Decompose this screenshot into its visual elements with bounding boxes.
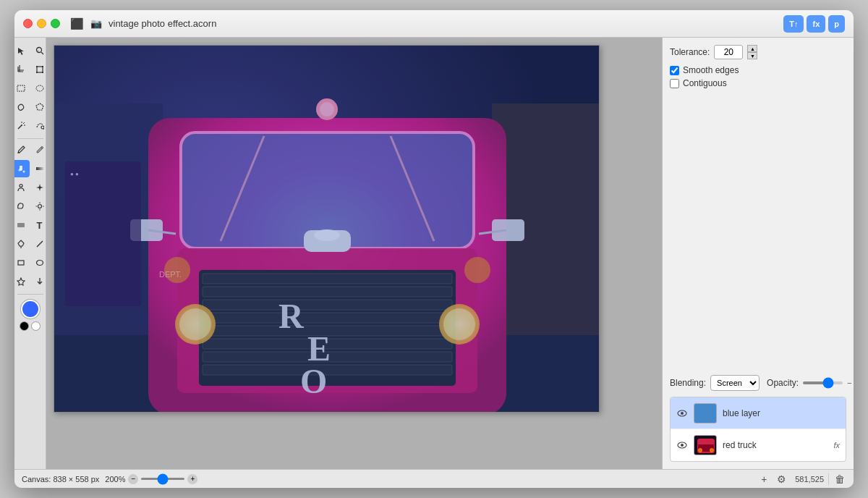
sparkle-tool[interactable] — [31, 179, 47, 196]
tolerance-input[interactable] — [714, 45, 743, 59]
paint-bucket-tool[interactable] — [14, 160, 30, 177]
svg-rect-70 — [65, 161, 141, 306]
text-tool[interactable]: T — [31, 216, 47, 234]
fx-panel-button[interactable]: fx — [807, 15, 825, 33]
layer-name-blue: blue layer — [723, 408, 840, 418]
layers-section: Blending: Normal Screen Multiply Overlay… — [670, 375, 846, 462]
contiguous-row: Contiguous — [670, 78, 846, 88]
svg-point-30 — [36, 261, 43, 266]
canvas-frame: R E O — [54, 45, 600, 413]
rect-vector-tool[interactable] — [14, 254, 30, 271]
layer-visibility-truck[interactable] — [676, 439, 688, 451]
p-panel-button[interactable]: p — [828, 15, 845, 33]
layer-settings-button[interactable]: ⚙ — [775, 473, 788, 486]
bottom-actions: + ⚙ 581,525 🗑 — [757, 473, 846, 486]
file-icon: 📷 — [90, 18, 102, 29]
layer-thumb-truck — [694, 435, 717, 455]
layer-name-truck: red truck — [723, 440, 827, 450]
svg-text:● ●: ● ● — [70, 171, 79, 177]
layer-thumb-blue — [694, 403, 717, 423]
bottom-bar: Canvas: 838 × 558 px 200% − + + ⚙ 581,52… — [14, 469, 854, 488]
svg-marker-31 — [17, 278, 25, 285]
zoom-value: 200% — [105, 475, 125, 484]
svg-point-75 — [681, 444, 684, 447]
svg-rect-4 — [36, 66, 38, 67]
svg-rect-19 — [36, 167, 43, 170]
svg-point-15 — [41, 126, 44, 129]
layer-item-blue[interactable]: blue layer — [671, 397, 846, 429]
pencil-tool[interactable] — [31, 141, 47, 159]
canvas-area: R E O — [46, 38, 662, 469]
svg-point-79 — [698, 448, 702, 452]
zoom-tool[interactable]: + — [31, 42, 47, 59]
lasso-tool[interactable] — [14, 98, 30, 116]
foreground-color-swatch[interactable] — [21, 300, 40, 318]
shape-oval-tool[interactable] — [14, 198, 30, 215]
rect-select-tool[interactable] — [14, 80, 30, 97]
main-area: + — [14, 38, 854, 469]
tools-panel-button[interactable]: T↑ — [783, 15, 804, 33]
tolerance-label: Tolerance: — [670, 47, 710, 57]
traffic-lights — [23, 19, 60, 28]
svg-point-9 — [36, 85, 43, 91]
ellipse-vector-tool[interactable] — [31, 254, 47, 271]
select-tool[interactable] — [14, 42, 30, 59]
svg-marker-10 — [36, 104, 43, 110]
star-tool[interactable] — [14, 273, 30, 290]
zoom-in-button[interactable]: + — [187, 474, 197, 484]
rect-shape-tool[interactable] — [14, 216, 30, 234]
svg-text:DEPT.: DEPT. — [159, 270, 182, 279]
transform-tool[interactable] — [31, 61, 47, 78]
maximize-button[interactable] — [51, 19, 60, 28]
tolerance-row: Tolerance: ▲ ▼ — [670, 45, 846, 59]
window-title: vintage photo effect.acorn — [109, 18, 778, 29]
sun-tool[interactable] — [31, 198, 47, 215]
svg-point-20 — [20, 185, 22, 187]
polygon-select-tool[interactable] — [31, 98, 47, 116]
svg-point-73 — [681, 412, 684, 415]
tolerance-decrement[interactable]: ▼ — [747, 52, 757, 59]
smooth-edges-checkbox[interactable] — [670, 66, 679, 75]
zoom-controls: 200% − + — [105, 474, 197, 484]
add-layer-button[interactable]: + — [757, 473, 770, 486]
zoom-slider[interactable] — [141, 478, 184, 480]
arrow-tool[interactable] — [31, 273, 47, 290]
minimize-button[interactable] — [37, 19, 46, 28]
canvas-content: R E O — [54, 46, 600, 413]
svg-point-11 — [21, 124, 22, 126]
close-button[interactable] — [23, 19, 33, 28]
toolbar: + — [14, 38, 46, 469]
svg-rect-3 — [37, 67, 43, 72]
pen-tool[interactable] — [14, 235, 30, 253]
svg-text:+: + — [37, 48, 39, 52]
tolerance-increment[interactable]: ▲ — [747, 45, 757, 52]
quick-select-tool[interactable] — [31, 117, 47, 135]
svg-line-28 — [37, 241, 43, 247]
gradient-tool[interactable] — [31, 160, 47, 177]
black-swatch[interactable] — [20, 321, 29, 331]
svg-point-18 — [22, 171, 25, 173]
brush-tool[interactable] — [14, 141, 30, 159]
svg-rect-8 — [17, 85, 25, 91]
crop-tool[interactable] — [14, 61, 30, 78]
zoom-out-button[interactable]: − — [128, 474, 138, 484]
tolerance-stepper: ▲ ▼ — [747, 45, 757, 59]
opacity-slider[interactable] — [803, 381, 843, 384]
smooth-edges-row: Smooth edges — [670, 65, 846, 75]
opacity-minus[interactable]: − — [847, 379, 851, 387]
white-swatch[interactable] — [31, 321, 41, 331]
contiguous-checkbox[interactable] — [670, 79, 679, 88]
line-tool[interactable] — [31, 235, 47, 253]
svg-rect-7 — [42, 72, 43, 73]
layer-visibility-blue[interactable] — [676, 408, 688, 419]
delete-layer-button[interactable]: 🗑 — [833, 473, 846, 486]
ellipse-select-tool[interactable] — [31, 80, 47, 97]
svg-point-80 — [710, 448, 714, 452]
magic-wand-tool[interactable] — [14, 117, 30, 135]
smooth-edges-label: Smooth edges — [683, 65, 739, 75]
blending-select[interactable]: Normal Screen Multiply Overlay — [710, 375, 760, 391]
layer-item-truck[interactable]: red truck fx — [671, 429, 846, 461]
svg-line-16 — [43, 129, 44, 130]
person-tool[interactable] — [14, 179, 30, 196]
sidebar-toggle-button[interactable]: ⬛ — [69, 16, 85, 32]
